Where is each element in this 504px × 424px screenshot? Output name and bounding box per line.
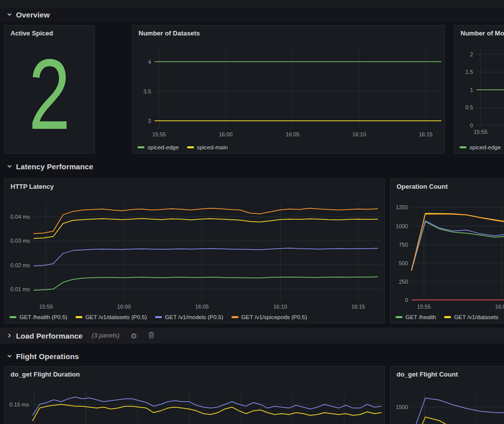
svg-text:0: 0 [470, 122, 473, 128]
svg-text:16:05: 16:05 [195, 304, 209, 310]
svg-text:1250: 1250 [396, 204, 408, 210]
svg-text:750: 750 [399, 242, 408, 248]
section-row-latency-performance[interactable]: Latency Performance [0, 159, 504, 174]
section-row-load-performance[interactable]: Load Performance (3 panels) ⚙ [0, 328, 504, 344]
legend-item[interactable]: GET /health (P0.5) [10, 314, 68, 320]
svg-text:0.01 ms: 0.01 ms [10, 286, 30, 292]
panel-do-get-flight-duration: do_get Flight Duration 0.15 ms [4, 366, 385, 424]
panel-title-active-spiced[interactable]: Active Spiced [10, 29, 53, 37]
legend-item[interactable]: spiced-edge [460, 144, 501, 150]
panel-title-do-get-flight-duration[interactable]: do_get Flight Duration [10, 371, 80, 378]
svg-text:0: 0 [405, 297, 408, 303]
section-title-load-performance: Load Performance [16, 332, 82, 340]
section-row-flight-operations[interactable]: Flight Operations [0, 349, 504, 364]
panel-title-operation-count[interactable]: Operation Count [396, 183, 448, 190]
gear-icon[interactable]: ⚙ [130, 332, 137, 340]
top-toolbar [0, 0, 504, 7]
svg-text:16:10: 16:10 [274, 304, 288, 310]
number-of-models-chart[interactable]: 15:5516:0016:0516:1016:1500.511.52 [454, 25, 504, 154]
chart-legend: GET /healthGET /v1/datasetsGET /v1/model… [396, 314, 504, 320]
svg-text:16:00: 16:00 [117, 304, 131, 310]
svg-text:3: 3 [148, 118, 151, 124]
svg-text:15:55: 15:55 [417, 304, 431, 310]
svg-text:0.15 ms: 0.15 ms [10, 402, 30, 408]
svg-text:2: 2 [470, 51, 473, 57]
operation-count-chart[interactable]: 15:5516:0016:0516:1016:15025050075010001… [390, 179, 504, 324]
svg-text:0.04 ms: 0.04 ms [10, 214, 30, 220]
panel-http-latency: HTTP Latency 15:5516:0016:0516:1016:150.… [4, 178, 385, 324]
svg-text:0.5: 0.5 [466, 104, 473, 110]
section-title-flight-operations: Flight Operations [16, 352, 79, 361]
http-latency-chart[interactable]: 15:5516:0016:0516:1016:150.01 ms0.02 ms0… [4, 179, 385, 324]
panel-active-spiced: Active Spiced 2 [4, 25, 95, 154]
chart-legend: spiced-edgespiced-main [138, 144, 228, 150]
svg-text:16:00: 16:00 [495, 304, 504, 310]
legend-item[interactable]: GET /v1/spicepods (P0.5) [232, 314, 307, 320]
svg-text:3.5: 3.5 [144, 88, 151, 94]
svg-text:16:15: 16:15 [419, 131, 433, 137]
panel-operation-count: Operation Count 15:5516:0016:0516:1016:1… [390, 178, 504, 324]
section-row-overview[interactable]: Overview [0, 7, 504, 22]
legend-item[interactable]: spiced-main [187, 144, 228, 150]
legend-item[interactable]: spiced-edge [138, 144, 179, 150]
legend-item[interactable]: GET /v1/models (P0.5) [155, 314, 224, 320]
svg-text:15:55: 15:55 [474, 129, 488, 135]
svg-text:0.03 ms: 0.03 ms [10, 238, 30, 244]
svg-text:16:10: 16:10 [352, 131, 366, 137]
legend-item[interactable]: GET /v1/datasets (P0.5) [76, 314, 147, 320]
chevron-down-icon [7, 164, 12, 169]
panel-count-label: (3 panels) [92, 332, 120, 339]
svg-text:15:55: 15:55 [39, 304, 53, 310]
section-title-latency-performance: Latency Performance [16, 162, 93, 171]
svg-text:250: 250 [399, 279, 408, 285]
section-title-overview: Overview [16, 10, 50, 19]
svg-text:15:55: 15:55 [152, 131, 166, 137]
trash-icon[interactable] [148, 332, 154, 340]
svg-text:16:00: 16:00 [219, 131, 233, 137]
svg-text:1.5: 1.5 [466, 69, 473, 75]
chevron-down-icon [7, 12, 12, 17]
panel-title-do-get-flight-count[interactable]: do_get Flight Count [396, 371, 458, 378]
svg-text:16:05: 16:05 [286, 131, 300, 137]
svg-text:1: 1 [470, 87, 473, 93]
number-of-datasets-chart[interactable]: 15:5516:0016:0516:1016:1533.54 [132, 25, 445, 154]
panel-title-number-of-models[interactable]: Number of Models [460, 29, 504, 37]
panel-title-http-latency[interactable]: HTTP Latency [10, 183, 54, 190]
panel-title-number-of-datasets[interactable]: Number of Datasets [138, 29, 200, 37]
svg-text:1000: 1000 [396, 223, 408, 229]
svg-text:4: 4 [148, 59, 151, 65]
chart-legend: GET /health (P0.5)GET /v1/datasets (P0.5… [10, 314, 307, 320]
panel-do-get-flight-count: do_get Flight Count 1500 [390, 366, 504, 424]
svg-text:0.02 ms: 0.02 ms [10, 262, 30, 268]
panel-number-of-models: Number of Models 15:5516:0016:0516:1016:… [454, 25, 504, 154]
svg-text:16:15: 16:15 [352, 304, 366, 310]
chevron-down-icon [7, 354, 12, 359]
legend-item[interactable]: GET /v1/datasets [444, 314, 498, 320]
svg-text:1500: 1500 [396, 404, 408, 410]
legend-item[interactable]: GET /health [396, 314, 436, 320]
grafana-dashboard: Overview Active Spiced 2 Number of Datas… [0, 0, 504, 424]
stat-value: 2 [16, 25, 84, 153]
chevron-right-icon [7, 333, 12, 338]
svg-text:500: 500 [399, 260, 408, 266]
panel-number-of-datasets: Number of Datasets 15:5516:0016:0516:101… [132, 25, 445, 154]
chart-legend: spiced-edge [460, 144, 501, 150]
